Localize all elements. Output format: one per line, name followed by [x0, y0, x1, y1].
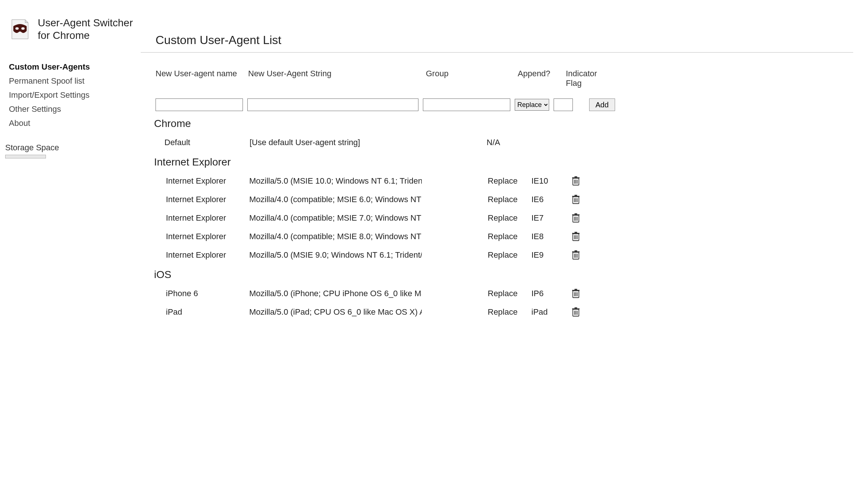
title-divider — [141, 52, 853, 53]
ua-append: Replace — [488, 195, 531, 204]
header-append: Append? — [518, 69, 566, 78]
ua-flag: IP6 — [531, 289, 568, 298]
ua-string: [Use default User-agent string] — [250, 138, 487, 147]
ua-append: Replace — [488, 289, 531, 298]
ua-row: Internet ExplorerMozilla/4.0 (compatible… — [147, 227, 853, 246]
ua-name: Internet Explorer — [166, 213, 249, 223]
ua-string: Mozilla/5.0 (MSIE 10.0; Windows NT 6.1; … — [249, 176, 422, 186]
delete-button[interactable] — [568, 195, 583, 204]
ua-append: Replace — [488, 176, 531, 186]
ua-name: Internet Explorer — [166, 232, 249, 241]
storage-section: Storage Space — [9, 143, 141, 158]
sidebar: User-Agent Switcher for Chrome Custom Us… — [0, 0, 141, 321]
ua-flag: IE9 — [531, 250, 568, 260]
delete-button[interactable] — [568, 213, 583, 223]
storage-space-bar — [5, 155, 46, 158]
ua-name: Default — [164, 138, 250, 147]
indicator-flag-input[interactable] — [554, 98, 573, 111]
main-content: Custom User-Agent List New User-agent na… — [141, 0, 868, 321]
ua-row: iPadMozilla/5.0 (iPad; CPU OS 6_0 like M… — [147, 303, 853, 321]
ua-flag: IE8 — [531, 232, 568, 241]
ua-row: Internet ExplorerMozilla/4.0 (compatible… — [147, 209, 853, 227]
header-indicator-flag: Indicator Flag — [566, 69, 603, 88]
ua-append: Replace — [488, 307, 531, 317]
ua-row-default: Default[Use default User-agent string]N/… — [147, 133, 853, 152]
delete-button[interactable] — [568, 176, 583, 186]
ua-row: iPhone 6Mozilla/5.0 (iPhone; CPU iPhone … — [147, 284, 853, 303]
ua-string: Mozilla/5.0 (MSIE 9.0; Windows NT 6.1; T… — [249, 250, 422, 260]
sidebar-item-import-export-settings[interactable]: Import/Export Settings — [9, 88, 141, 102]
delete-button[interactable] — [568, 232, 583, 241]
app-logo-icon — [9, 18, 31, 40]
trash-icon — [572, 195, 580, 204]
new-user-agent-name-input[interactable] — [156, 98, 243, 111]
delete-button[interactable] — [568, 307, 583, 317]
group-header: Chrome — [154, 118, 853, 130]
ua-string: Mozilla/5.0 (iPad; CPU OS 6_0 like Mac O… — [249, 307, 422, 317]
ua-flag: IE7 — [531, 213, 568, 223]
delete-button[interactable] — [568, 289, 583, 298]
ua-row: Internet ExplorerMozilla/5.0 (MSIE 10.0;… — [147, 172, 853, 190]
ua-append: Replace — [488, 213, 531, 223]
app-title: User-Agent Switcher for Chrome — [38, 17, 133, 41]
ua-name: Internet Explorer — [166, 176, 249, 186]
ua-append: Replace — [488, 232, 531, 241]
ua-row: Internet ExplorerMozilla/4.0 (compatible… — [147, 190, 853, 209]
trash-icon — [572, 307, 580, 317]
svg-point-0 — [16, 27, 19, 30]
ua-string: Mozilla/4.0 (compatible; MSIE 6.0; Windo… — [249, 195, 422, 204]
delete-button[interactable] — [568, 250, 583, 260]
sidebar-item-permanent-spoof-list[interactable]: Permanent Spoof list — [9, 74, 141, 88]
nav-list: Custom User-Agents Permanent Spoof list … — [9, 60, 141, 130]
ua-name: Internet Explorer — [166, 250, 249, 260]
ua-flag: IE6 — [531, 195, 568, 204]
ua-string: Mozilla/4.0 (compatible; MSIE 7.0; Windo… — [249, 213, 422, 223]
new-user-agent-string-input[interactable] — [247, 98, 418, 111]
ua-name: iPhone 6 — [166, 289, 249, 298]
ua-name: iPad — [166, 307, 249, 317]
sidebar-item-custom-user-agents[interactable]: Custom User-Agents — [9, 60, 141, 74]
ua-flag: IE10 — [531, 176, 568, 186]
page-title: Custom User-Agent List — [141, 33, 853, 47]
ua-append: N/A — [487, 138, 530, 147]
add-button[interactable]: Add — [589, 98, 615, 111]
header-ua-string: New User-Agent String — [248, 69, 426, 78]
svg-point-1 — [21, 27, 25, 30]
column-headers: New User-agent name New User-Agent Strin… — [147, 69, 853, 88]
ua-name: Internet Explorer — [166, 195, 249, 204]
sidebar-item-other-settings[interactable]: Other Settings — [9, 102, 141, 116]
group-header: iOS — [154, 269, 853, 281]
trash-icon — [572, 250, 580, 260]
new-entry-row: Replace Add — [147, 98, 853, 111]
ua-flag: iPad — [531, 307, 568, 317]
trash-icon — [572, 176, 580, 186]
app-logo-block: User-Agent Switcher for Chrome — [9, 17, 141, 41]
ua-string: Mozilla/5.0 (iPhone; CPU iPhone OS 6_0 l… — [249, 289, 422, 298]
group-header: Internet Explorer — [154, 156, 853, 168]
header-group: Group — [426, 69, 518, 78]
trash-icon — [572, 213, 580, 223]
group-input[interactable] — [423, 98, 510, 111]
ua-row: Internet ExplorerMozilla/5.0 (MSIE 9.0; … — [147, 246, 853, 264]
append-select[interactable]: Replace — [515, 99, 549, 111]
storage-space-label: Storage Space — [5, 143, 141, 153]
trash-icon — [572, 232, 580, 241]
header-name: New User-agent name — [156, 69, 248, 78]
ua-string: Mozilla/4.0 (compatible; MSIE 8.0; Windo… — [249, 232, 422, 241]
sidebar-item-about[interactable]: About — [9, 116, 141, 130]
trash-icon — [572, 289, 580, 298]
ua-append: Replace — [488, 250, 531, 260]
